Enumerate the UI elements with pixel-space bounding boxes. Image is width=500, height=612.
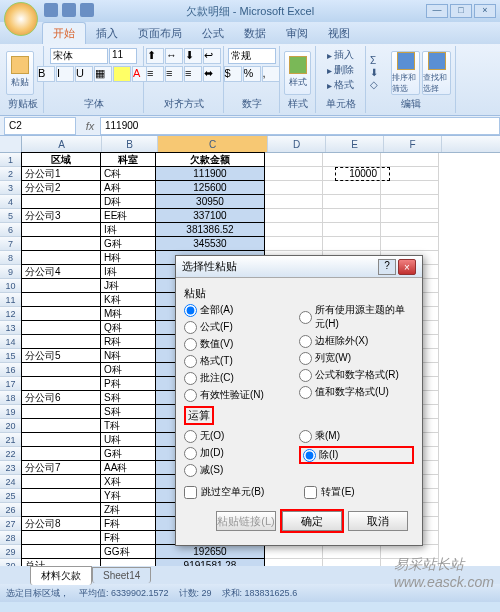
tab-home[interactable]: 开始 bbox=[42, 22, 86, 44]
cell[interactable]: 30950 bbox=[155, 194, 265, 209]
cell[interactable] bbox=[21, 488, 101, 503]
ok-button[interactable]: 确定 bbox=[282, 511, 342, 531]
row-header[interactable]: 3 bbox=[0, 181, 22, 195]
find-button[interactable]: 查找和选择 bbox=[422, 51, 451, 95]
cell[interactable] bbox=[21, 376, 101, 391]
row-header[interactable]: 16 bbox=[0, 363, 22, 377]
cell[interactable]: 科室 bbox=[100, 152, 156, 167]
cell[interactable]: J科 bbox=[100, 278, 156, 293]
cell[interactable]: S科 bbox=[100, 404, 156, 419]
cell[interactable]: 111900 bbox=[155, 166, 265, 181]
op-radio[interactable]: 加(D) bbox=[184, 446, 299, 460]
italic-button[interactable]: I bbox=[56, 66, 74, 82]
op-radio[interactable]: 除(I) bbox=[299, 446, 414, 464]
paste-radio[interactable]: 格式(T) bbox=[184, 354, 299, 368]
format-button[interactable]: ▸格式 bbox=[327, 78, 354, 92]
cell[interactable]: A科 bbox=[100, 180, 156, 195]
paste-radio[interactable]: 列宽(W) bbox=[299, 351, 414, 365]
cell[interactable] bbox=[265, 167, 323, 181]
paste-radio[interactable]: 所有使用源主题的单元(H) bbox=[299, 303, 414, 331]
sheet-tab-1[interactable]: 材料欠款 bbox=[30, 566, 92, 585]
col-header-c[interactable]: C bbox=[158, 136, 268, 152]
cell[interactable] bbox=[323, 153, 381, 167]
undo-icon[interactable] bbox=[62, 3, 76, 17]
cell[interactable]: Z科 bbox=[100, 502, 156, 517]
cell[interactable]: Q科 bbox=[100, 320, 156, 335]
cell[interactable] bbox=[21, 432, 101, 447]
row-header[interactable]: 24 bbox=[0, 475, 22, 489]
cell[interactable]: 分公司5 bbox=[21, 348, 101, 363]
cell[interactable]: EE科 bbox=[100, 208, 156, 223]
cell[interactable] bbox=[381, 195, 439, 209]
cell[interactable]: K科 bbox=[100, 292, 156, 307]
cell[interactable]: 381386.52 bbox=[155, 222, 265, 237]
sum-button[interactable]: Σ bbox=[370, 55, 389, 66]
row-header[interactable]: 30 bbox=[0, 559, 22, 566]
cancel-button[interactable]: 取消 bbox=[348, 511, 408, 531]
row-header[interactable]: 6 bbox=[0, 223, 22, 237]
wrap-button[interactable]: ↩ bbox=[203, 48, 221, 64]
cell[interactable] bbox=[323, 195, 381, 209]
border-button[interactable]: ▦ bbox=[94, 66, 112, 82]
col-header-d[interactable]: D bbox=[268, 136, 326, 152]
percent-button[interactable]: % bbox=[243, 66, 261, 82]
tab-review[interactable]: 审阅 bbox=[276, 23, 318, 44]
cell[interactable] bbox=[323, 237, 381, 251]
paste-link-button[interactable]: 粘贴链接(L) bbox=[216, 511, 276, 531]
cell[interactable]: T科 bbox=[100, 418, 156, 433]
cell[interactable]: C科 bbox=[100, 166, 156, 181]
cell[interactable] bbox=[21, 502, 101, 517]
cell[interactable]: 分公司4 bbox=[21, 264, 101, 279]
save-icon[interactable] bbox=[44, 3, 58, 17]
fx-button[interactable]: fx bbox=[80, 120, 100, 132]
cell[interactable] bbox=[21, 250, 101, 265]
align-center-button[interactable]: ≡ bbox=[165, 66, 183, 82]
align-bot-button[interactable]: ⬇ bbox=[184, 48, 202, 64]
cell[interactable] bbox=[323, 209, 381, 223]
cell[interactable]: 分公司3 bbox=[21, 208, 101, 223]
row-header[interactable]: 12 bbox=[0, 307, 22, 321]
select-all-corner[interactable] bbox=[0, 136, 22, 152]
row-header[interactable]: 29 bbox=[0, 545, 22, 559]
cell[interactable] bbox=[265, 195, 323, 209]
op-radio[interactable]: 减(S) bbox=[184, 463, 299, 477]
row-header[interactable]: 23 bbox=[0, 461, 22, 475]
row-header[interactable]: 8 bbox=[0, 251, 22, 265]
minimize-button[interactable]: — bbox=[426, 4, 448, 18]
cell[interactable]: I科 bbox=[100, 222, 156, 237]
fill-button[interactable] bbox=[113, 66, 131, 82]
row-header[interactable]: 10 bbox=[0, 279, 22, 293]
cell[interactable] bbox=[21, 278, 101, 293]
formula-input[interactable]: 111900 bbox=[100, 117, 500, 135]
align-top-button[interactable]: ⬆ bbox=[146, 48, 164, 64]
dialog-close-button[interactable]: × bbox=[398, 259, 416, 275]
sheet-tab-2[interactable]: Sheet14 bbox=[92, 567, 151, 583]
cell[interactable]: 192650 bbox=[155, 544, 265, 559]
cell[interactable]: 分公司8 bbox=[21, 516, 101, 531]
row-header[interactable]: 28 bbox=[0, 531, 22, 545]
skip-blanks-checkbox[interactable]: 跳过空单元(B) bbox=[184, 485, 264, 499]
cell[interactable] bbox=[21, 222, 101, 237]
paste-radio[interactable]: 边框除外(X) bbox=[299, 334, 414, 348]
cell[interactable] bbox=[21, 544, 101, 559]
tab-view[interactable]: 视图 bbox=[318, 23, 360, 44]
cell[interactable] bbox=[21, 306, 101, 321]
currency-button[interactable]: $ bbox=[224, 66, 242, 82]
cell[interactable]: 125600 bbox=[155, 180, 265, 195]
cell[interactable]: P科 bbox=[100, 376, 156, 391]
cell[interactable] bbox=[21, 530, 101, 545]
tab-insert[interactable]: 插入 bbox=[86, 23, 128, 44]
paste-radio[interactable]: 公式(F) bbox=[184, 320, 299, 334]
insert-button[interactable]: ▸插入 bbox=[327, 48, 354, 62]
size-select[interactable]: 11 bbox=[109, 48, 137, 64]
number-format-select[interactable]: 常规 bbox=[228, 48, 276, 64]
row-header[interactable]: 4 bbox=[0, 195, 22, 209]
align-mid-button[interactable]: ↔ bbox=[165, 48, 183, 64]
row-header[interactable]: 20 bbox=[0, 419, 22, 433]
row-header[interactable]: 15 bbox=[0, 349, 22, 363]
cell[interactable] bbox=[381, 153, 439, 167]
row-header[interactable]: 26 bbox=[0, 503, 22, 517]
cell[interactable] bbox=[381, 181, 439, 195]
cell[interactable]: U科 bbox=[100, 432, 156, 447]
cell[interactable] bbox=[21, 362, 101, 377]
